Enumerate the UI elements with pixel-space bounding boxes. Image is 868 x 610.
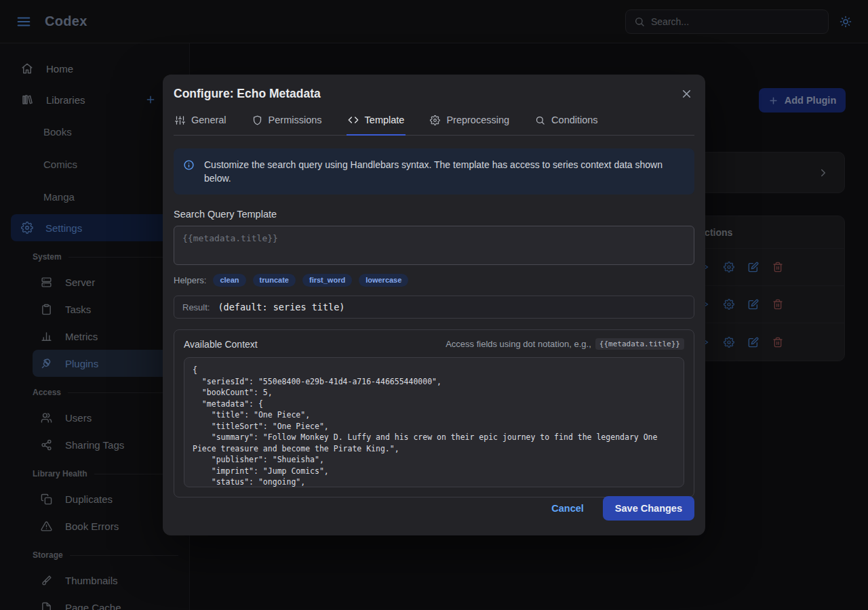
tab-conditions[interactable]: Conditions: [534, 113, 599, 136]
helper-badge-lowercase[interactable]: lowercase: [359, 274, 408, 287]
context-hint-code: {{metadata.title}}: [595, 338, 684, 350]
available-context-panel: Available Context Access fields using do…: [174, 329, 694, 497]
tab-template[interactable]: Template: [347, 113, 406, 136]
dialog-footer: Cancel Save Changes: [551, 496, 694, 521]
cancel-button[interactable]: Cancel: [551, 503, 584, 514]
result-value: (default: series title): [218, 302, 344, 312]
code-icon: [348, 115, 359, 125]
shield-icon: [252, 115, 262, 125]
dialog-tabs: General Permissions Template Preprocessi…: [174, 113, 694, 136]
helper-badge-clean[interactable]: clean: [213, 274, 245, 287]
context-json-viewer[interactable]: { "seriesId": "550e8400-e29b-41d4-a716-4…: [184, 357, 684, 487]
available-context-title: Available Context: [184, 339, 258, 350]
context-json-content: { "seriesId": "550e8400-e29b-41d4-a716-4…: [193, 365, 675, 487]
helper-badge-first-word[interactable]: first_word: [302, 274, 352, 287]
search-query-template-label: Search Query Template: [174, 209, 694, 220]
tab-label: General: [191, 115, 226, 125]
tab-label: Template: [365, 115, 405, 125]
tab-general[interactable]: General: [174, 113, 228, 136]
info-banner: Customize the search query using Handleb…: [174, 148, 694, 195]
save-changes-button[interactable]: Save Changes: [603, 496, 694, 521]
configure-plugin-dialog: Configure: Echo Metadata General Permiss…: [163, 75, 705, 535]
search-query-template-input[interactable]: [174, 226, 694, 265]
info-banner-text: Customize the search query using Handleb…: [204, 158, 681, 185]
search-icon: [535, 115, 545, 125]
tab-label: Preprocessing: [446, 115, 509, 125]
context-hint: Access fields using dot notation, e.g., …: [446, 338, 684, 350]
tab-permissions[interactable]: Permissions: [251, 113, 323, 136]
gear-icon: [430, 115, 440, 125]
tab-label: Conditions: [551, 115, 598, 125]
info-icon: [183, 159, 195, 185]
tab-preprocessing[interactable]: Preprocessing: [429, 113, 511, 136]
close-icon[interactable]: [679, 86, 694, 102]
sliders-icon: [175, 115, 185, 125]
helpers-label: Helpers:: [174, 275, 206, 285]
helpers-row: Helpers: clean truncate first_word lower…: [174, 274, 694, 287]
result-label: Result:: [182, 302, 210, 312]
tab-label: Permissions: [269, 115, 322, 125]
dialog-title: Configure: Echo Metadata: [174, 87, 321, 101]
helper-badge-truncate[interactable]: truncate: [253, 274, 296, 287]
result-preview: Result: (default: series title): [174, 296, 694, 319]
context-hint-text: Access fields using dot notation, e.g.,: [446, 339, 591, 349]
